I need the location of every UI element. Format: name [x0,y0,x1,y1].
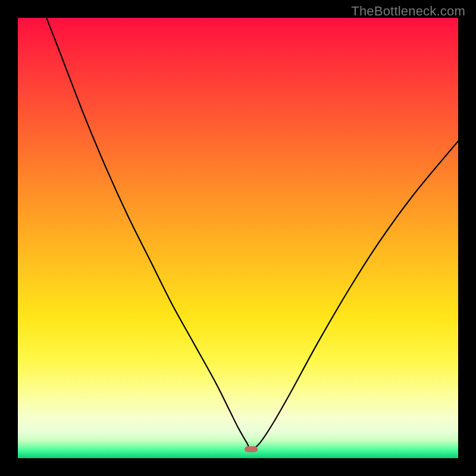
plot-area [18,18,458,458]
chart-frame: TheBottleneck.com [0,0,476,476]
v-curve [18,18,458,449]
min-marker [245,446,258,452]
curve-layer [18,18,458,458]
watermark-text: TheBottleneck.com [351,4,465,19]
